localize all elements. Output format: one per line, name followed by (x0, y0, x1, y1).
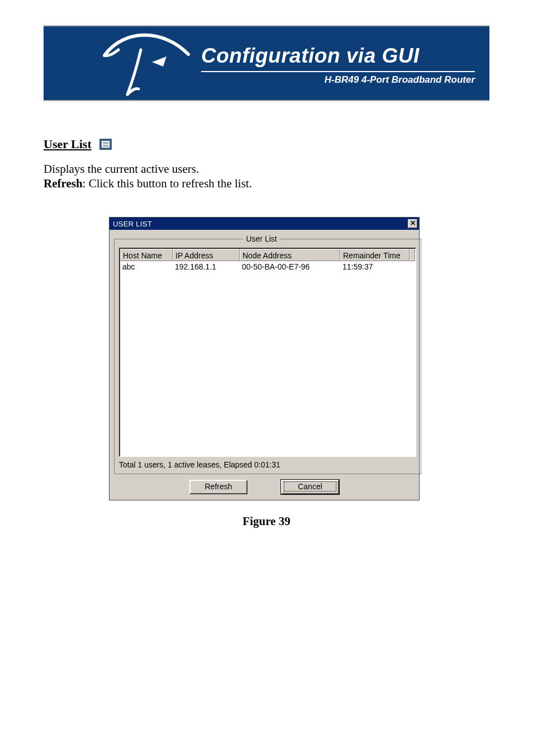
list-header: Host Name IP Address Node Address Remain… (120, 249, 415, 261)
user-list-icon (99, 139, 112, 150)
banner-title: Configuration via GUI (201, 44, 420, 68)
cancel-button[interactable]: Cancel (281, 480, 339, 494)
table-row[interactable]: abc 192.168.1.1 00-50-BA-00-E7-96 11:59:… (120, 261, 415, 272)
col-node[interactable]: Node Address (240, 249, 340, 261)
refresh-button[interactable]: Refresh (189, 480, 248, 494)
cancel-button-label: Cancel (284, 481, 336, 492)
section-body: Displays the current active users. Refre… (44, 162, 489, 191)
refresh-button-label: Refresh (204, 482, 232, 491)
dialog-button-row: Refresh Cancel (114, 480, 415, 494)
section: User List Displays the current active us… (44, 137, 489, 191)
col-filler (410, 249, 415, 261)
col-remainder[interactable]: Remainder Time (340, 249, 410, 261)
cell-node: 00-50-BA-00-E7-96 (240, 261, 340, 272)
logo-swoosh-icon (102, 32, 191, 99)
refresh-term: Refresh (44, 177, 83, 190)
svg-marker-0 (152, 56, 166, 67)
section-line-2: Refresh: Click this button to refresh th… (44, 176, 489, 191)
refresh-desc: : Click this button to refresh the list. (83, 177, 252, 190)
close-button[interactable]: ✕ (408, 219, 417, 228)
user-list-view[interactable]: Host Name IP Address Node Address Remain… (119, 248, 416, 457)
figure-caption: Figure 39 (0, 514, 533, 528)
dialog-titlebar: USER LIST ✕ (110, 218, 419, 230)
cell-remainder: 11:59:37 (340, 261, 410, 272)
page-header-banner: Configuration via GUI H-BR49 4-Port Broa… (44, 25, 489, 101)
col-host[interactable]: Host Name (120, 249, 173, 261)
section-line-1: Displays the current active users. (44, 162, 489, 176)
groupbox-legend: User List (244, 234, 279, 243)
user-list-groupbox: User List Host Name IP Address Node Addr… (114, 234, 421, 474)
cell-ip: 192.168.1.1 (173, 261, 240, 272)
section-heading: User List (44, 137, 92, 152)
user-list-dialog: USER LIST ✕ User List Host Name IP Addre… (109, 217, 420, 500)
cell-host: abc (120, 261, 173, 272)
dialog-title: USER LIST (113, 220, 152, 228)
banner-bottom-rule (44, 100, 489, 101)
banner-divider (201, 71, 475, 72)
banner-subtitle: H-BR49 4-Port Broadband Router (201, 74, 475, 86)
banner: Configuration via GUI H-BR49 4-Port Broa… (44, 26, 489, 100)
status-line: Total 1 users, 1 active leases, Elapsed … (119, 460, 416, 469)
col-ip[interactable]: IP Address (173, 249, 240, 261)
